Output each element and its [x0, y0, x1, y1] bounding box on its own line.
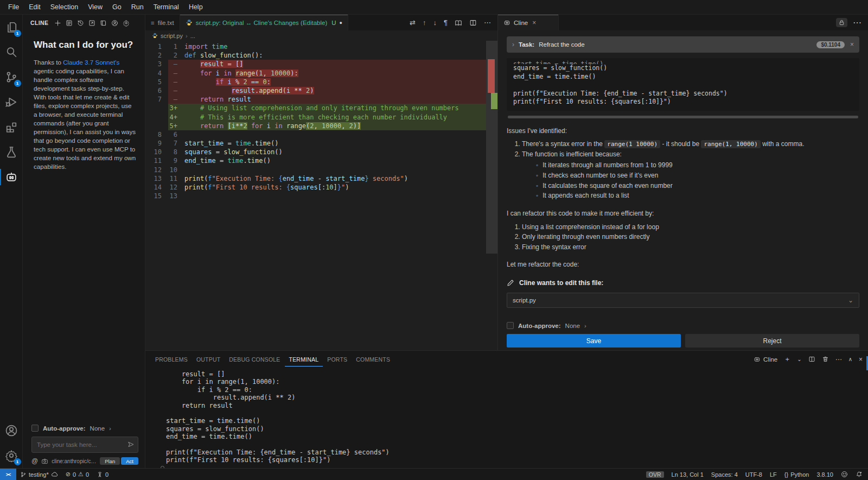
- branch-status[interactable]: testing*: [16, 469, 62, 480]
- extensions-button[interactable]: [0, 115, 23, 140]
- task-header[interactable]: › Task: Refract the code $0.1104 ×: [507, 36, 859, 53]
- at-icon[interactable]: @: [31, 457, 38, 465]
- next-change-icon[interactable]: ↓: [433, 18, 437, 27]
- new-task-icon[interactable]: [54, 20, 61, 27]
- modified-dot-icon[interactable]: ●: [340, 20, 342, 26]
- menu-item-view[interactable]: View: [83, 1, 107, 13]
- reject-button[interactable]: Reject: [685, 334, 859, 348]
- split-editor-icon[interactable]: [469, 19, 477, 27]
- remote-indicator[interactable]: ><: [0, 469, 16, 480]
- terminal-tab-output[interactable]: OUTPUT: [192, 352, 225, 367]
- menu-item-help[interactable]: Help: [184, 1, 208, 13]
- horizontal-scrollbar[interactable]: [508, 116, 858, 118]
- breadcrumb[interactable]: script.py › ...: [145, 30, 497, 41]
- gear-small-icon[interactable]: [123, 20, 130, 27]
- indentation[interactable]: Spaces: 4: [707, 469, 742, 480]
- file-icon: ≡: [151, 20, 155, 26]
- inline-view-icon[interactable]: [455, 19, 462, 27]
- terminal-tab-ports[interactable]: PORTS: [323, 352, 352, 367]
- plan-toggle[interactable]: Plan: [100, 457, 120, 465]
- original-line-number: 11: [145, 156, 168, 165]
- auto-approve-row[interactable]: Auto-approve: None ›: [507, 322, 859, 329]
- close-icon[interactable]: ×: [532, 19, 536, 27]
- chevron-right-icon: ›: [512, 41, 514, 48]
- editor-tab-bar: ≡ file.txt script.py: Original ↔ Cline's…: [145, 15, 497, 30]
- lock-icon[interactable]: [836, 18, 847, 27]
- send-icon[interactable]: [127, 441, 135, 448]
- model-link[interactable]: Claude 3.7 Sonnet's: [63, 59, 119, 66]
- issue-item: There's a syntax error in the range(1 10…: [522, 139, 859, 149]
- overview-ruler[interactable]: [486, 41, 497, 254]
- more-actions-icon[interactable]: ⋯: [853, 17, 861, 28]
- encoding[interactable]: UTF-8: [742, 469, 766, 480]
- auto-approve-checkbox[interactable]: [31, 425, 39, 432]
- menu-bar: FileEditSelectionViewGoRunTerminalHelp: [0, 0, 868, 15]
- maximize-panel-icon[interactable]: ∧: [848, 356, 852, 362]
- code-block[interactable]: start_time = time.time() squares = slow_…: [507, 58, 859, 111]
- eol-sequence[interactable]: LF: [766, 469, 781, 480]
- code-text: start_time = time.time(): [184, 139, 497, 148]
- explorer-button[interactable]: 1: [0, 15, 23, 40]
- terminal-tab-problems[interactable]: PROBLEMS: [151, 352, 192, 367]
- account-small-icon[interactable]: [111, 20, 118, 27]
- ports-status[interactable]: 0: [93, 469, 112, 480]
- camera-icon[interactable]: [41, 458, 48, 465]
- tab-file-txt[interactable]: ≡ file.txt: [145, 15, 180, 30]
- task-list-icon[interactable]: [66, 20, 73, 27]
- terminal-tab-debug-console[interactable]: DEBUG CONSOLE: [225, 352, 284, 367]
- overtype-indicator[interactable]: OVR: [642, 469, 668, 480]
- save-button[interactable]: Save: [507, 334, 681, 348]
- auto-approve-checkbox[interactable]: [507, 322, 514, 329]
- menu-item-file[interactable]: File: [3, 1, 24, 13]
- modified-line-number: –: [168, 78, 184, 86]
- notifications[interactable]: [852, 469, 868, 480]
- python-version[interactable]: 3.8.10: [813, 469, 837, 480]
- tab-script-diff[interactable]: script.py: Original ↔ Cline's Changes (E…: [180, 15, 348, 30]
- menu-item-selection[interactable]: Selection: [46, 1, 83, 13]
- source-control-button[interactable]: 1: [0, 65, 23, 90]
- terminal-tab-comments[interactable]: COMMENTS: [352, 352, 394, 367]
- tab-cline[interactable]: Cline ×: [498, 15, 559, 30]
- menu-item-terminal[interactable]: Terminal: [149, 1, 184, 13]
- kill-terminal-icon[interactable]: [822, 356, 829, 363]
- command-decoration-icon[interactable]: [161, 466, 164, 468]
- terminal-dropdown-icon[interactable]: ⌄: [797, 356, 801, 362]
- split-terminal-icon[interactable]: [808, 356, 815, 363]
- model-label[interactable]: cline:anthropic/claude...: [52, 458, 97, 464]
- pilcrow-icon[interactable]: ¶: [444, 18, 448, 27]
- act-toggle[interactable]: Act: [121, 457, 138, 465]
- menu-item-run[interactable]: Run: [126, 1, 149, 13]
- close-panel-icon[interactable]: ×: [859, 356, 863, 363]
- menu-item-go[interactable]: Go: [107, 1, 126, 13]
- file-dropdown[interactable]: script.py ⌄: [507, 293, 859, 308]
- testing-button[interactable]: [0, 140, 23, 165]
- open-changes-icon[interactable]: ⇄: [410, 18, 416, 27]
- new-terminal-icon[interactable]: ＋: [784, 355, 790, 364]
- cursor-position[interactable]: Ln 13, Col 1: [668, 469, 707, 480]
- docs-icon[interactable]: [100, 20, 107, 27]
- diff-editor[interactable]: 11import time22def slow_function():3– re…: [145, 41, 497, 350]
- more-actions-icon[interactable]: ⋯: [484, 18, 491, 27]
- auto-approve-row[interactable]: Auto-approve: None ›: [31, 425, 138, 432]
- previous-change-icon[interactable]: ↑: [423, 18, 426, 27]
- settings-button[interactable]: 1: [0, 443, 23, 468]
- history-icon[interactable]: [77, 20, 84, 27]
- menu-item-edit[interactable]: Edit: [24, 1, 46, 13]
- more-actions-icon[interactable]: ⋯: [835, 356, 842, 363]
- accounts-button[interactable]: [0, 418, 23, 443]
- task-input[interactable]: [31, 437, 138, 453]
- terminal-profile[interactable]: Cline: [754, 356, 777, 363]
- run-debug-button[interactable]: [0, 90, 23, 115]
- feedback-smiley[interactable]: [837, 469, 852, 480]
- error-count: 0: [73, 471, 76, 478]
- open-in-editor-icon[interactable]: [88, 20, 95, 27]
- terminal-body[interactable]: result = [] for i in range(1, 10000): if…: [145, 368, 868, 468]
- task-text: Refract the code: [539, 41, 584, 48]
- language-mode[interactable]: {} Python: [781, 469, 813, 480]
- terminal-tab-terminal[interactable]: TERMINAL: [285, 352, 323, 367]
- problems-status[interactable]: ⊘ 0 ⚠ 0: [62, 469, 93, 480]
- diff-line: 3+ # Using list comprehension and only i…: [145, 104, 497, 112]
- search-button[interactable]: [0, 40, 23, 65]
- close-task-icon[interactable]: ×: [850, 41, 854, 48]
- cline-button[interactable]: [0, 165, 23, 190]
